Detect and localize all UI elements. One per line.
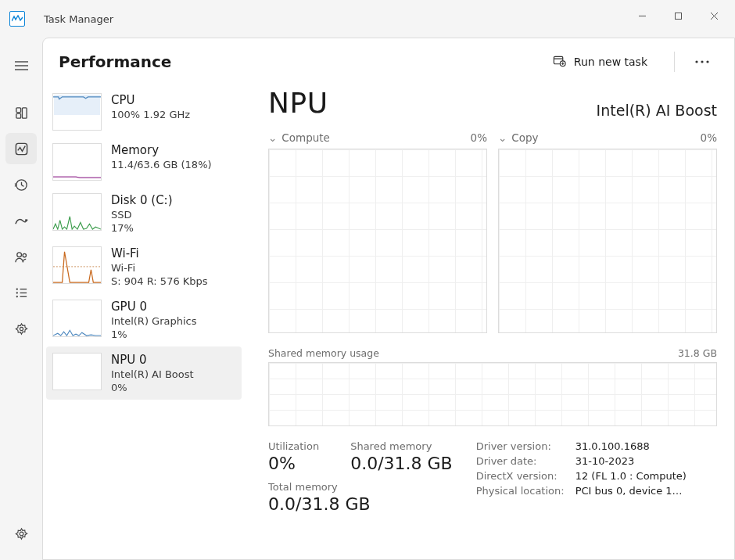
list-item-sub2: S: 904 R: 576 Kbps — [111, 275, 208, 287]
list-item-disk[interactable]: Disk 0 (C:) SSD 17% — [46, 187, 242, 240]
run-task-icon — [553, 54, 566, 70]
svg-point-15 — [16, 288, 17, 289]
page-title: Performance — [59, 52, 534, 71]
svg-point-21 — [20, 327, 23, 330]
shared-memory-stat-value: 0.0/31.8 GB — [350, 454, 453, 473]
svg-point-13 — [16, 252, 21, 257]
content-card: Performance Run new task — [42, 38, 735, 560]
window-title: Task Manager — [44, 13, 113, 25]
close-button[interactable] — [696, 0, 732, 31]
total-memory-value: 0.0/31.8 GB — [268, 494, 453, 514]
compute-dropdown[interactable]: ⌄Compute — [268, 131, 330, 144]
nav-startup[interactable] — [5, 205, 37, 236]
list-item-sub: 100% 1.92 GHz — [111, 109, 190, 120]
shared-memory-label: Shared memory usage — [268, 347, 379, 359]
utilization-value: 0% — [268, 454, 319, 473]
nav-settings[interactable] — [5, 518, 37, 549]
driver-version-value: 31.0.100.1688 — [575, 440, 687, 452]
nav-services[interactable] — [5, 313, 37, 344]
window-controls — [624, 0, 732, 31]
compute-chart[interactable] — [268, 149, 487, 333]
run-task-label: Run new task — [574, 56, 647, 68]
driver-date-key: Driver date: — [476, 455, 565, 467]
nav-history[interactable] — [5, 169, 37, 200]
list-item-title: CPU — [111, 93, 190, 107]
more-button[interactable] — [689, 60, 715, 63]
list-item-cpu[interactable]: CPU 100% 1.92 GHz — [46, 87, 242, 137]
list-item-memory[interactable]: Memory 11.4/63.6 GB (18%) — [46, 137, 242, 187]
compute-label: Compute — [281, 131, 330, 144]
list-item-sub: SSD — [111, 209, 173, 221]
list-item-sub2: 17% — [111, 222, 173, 234]
nav-users[interactable] — [5, 241, 37, 272]
nav-performance[interactable] — [5, 133, 37, 164]
svg-rect-1 — [675, 13, 681, 19]
detail-title: NPU — [268, 87, 328, 119]
svg-rect-7 — [16, 107, 20, 112]
content-header: Performance Run new task — [43, 38, 734, 84]
list-item-sub: 11.4/63.6 GB (18%) — [111, 159, 212, 171]
thumb-npu — [52, 353, 102, 390]
shared-memory-chart[interactable] — [268, 362, 717, 426]
nav-processes[interactable] — [5, 97, 37, 128]
svg-point-19 — [16, 296, 17, 297]
thumb-wifi — [52, 246, 102, 284]
list-item-gpu[interactable]: GPU 0 Intel(R) Graphics 1% — [46, 293, 242, 346]
physical-location-key: Physical location: — [476, 485, 565, 497]
app-icon — [9, 11, 25, 27]
svg-point-14 — [23, 253, 26, 257]
list-item-title: NPU 0 — [111, 353, 194, 367]
copy-label: Copy — [511, 131, 538, 144]
detail-pane: NPU Intel(R) AI Boost ⌄Compute 0% ⌄Copy — [245, 84, 734, 559]
svg-point-28 — [695, 60, 697, 63]
thumb-disk — [52, 193, 102, 231]
copy-value: 0% — [701, 131, 717, 144]
maximize-button[interactable] — [660, 0, 696, 31]
ellipsis-icon — [695, 60, 709, 63]
shared-memory-stat-label: Shared memory — [350, 440, 453, 452]
thumb-cpu — [52, 93, 102, 131]
copy-chart[interactable] — [498, 149, 717, 333]
svg-rect-8 — [22, 107, 27, 117]
list-item-sub: Intel(R) AI Boost — [111, 368, 194, 380]
list-item-npu[interactable]: NPU 0 Intel(R) AI Boost 0% — [46, 346, 242, 400]
detail-subtitle: Intel(R) AI Boost — [597, 102, 717, 119]
minimize-button[interactable] — [624, 0, 660, 31]
svg-point-29 — [701, 60, 703, 63]
thumb-gpu — [52, 300, 102, 337]
total-memory-label: Total memory — [268, 481, 453, 493]
info-table: Driver version: 31.0.100.1688 Driver dat… — [476, 440, 687, 497]
hamburger-button[interactable] — [5, 50, 37, 81]
svg-point-17 — [16, 292, 17, 293]
thumb-memory — [52, 143, 102, 181]
list-item-title: Wi-Fi — [111, 246, 208, 260]
physical-location-value: PCI bus 0, device 1… — [575, 485, 687, 497]
nav-details[interactable] — [5, 277, 37, 308]
utilization-label: Utilization — [268, 440, 319, 452]
list-item-sub: Wi-Fi — [111, 262, 208, 274]
chevron-down-icon: ⌄ — [498, 131, 507, 144]
driver-date-value: 31-10-2023 — [575, 455, 687, 467]
list-item-title: GPU 0 — [111, 300, 197, 314]
svg-point-12 — [24, 219, 26, 221]
resource-list: CPU 100% 1.92 GHz Memory 11.4/63.6 GB (1… — [43, 84, 245, 559]
header-divider — [674, 52, 675, 72]
directx-key: DirectX version: — [476, 470, 565, 482]
list-item-title: Disk 0 (C:) — [111, 193, 173, 207]
run-new-task-button[interactable]: Run new task — [543, 49, 657, 74]
nav-rail — [0, 38, 42, 560]
svg-point-22 — [20, 532, 23, 536]
svg-point-30 — [706, 60, 708, 63]
list-item-sub2: 1% — [111, 328, 197, 340]
driver-version-key: Driver version: — [476, 440, 565, 452]
directx-value: 12 (FL 1.0 : Compute) — [575, 470, 687, 482]
list-item-title: Memory — [111, 143, 212, 157]
list-item-sub: Intel(R) Graphics — [111, 315, 197, 327]
shared-memory-max: 31.8 GB — [678, 347, 717, 359]
svg-rect-9 — [16, 113, 20, 118]
copy-dropdown[interactable]: ⌄Copy — [498, 131, 539, 144]
compute-value: 0% — [471, 131, 487, 144]
list-item-sub2: 0% — [111, 382, 194, 393]
list-item-wifi[interactable]: Wi-Fi Wi-Fi S: 904 R: 576 Kbps — [46, 240, 242, 293]
chevron-down-icon: ⌄ — [268, 131, 277, 144]
